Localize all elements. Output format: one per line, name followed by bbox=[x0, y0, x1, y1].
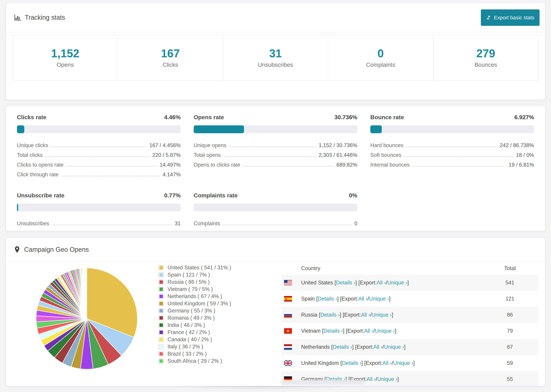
legend-item: Netherlands ( 67 / 4% ) bbox=[159, 293, 231, 300]
legend-item: South Africa ( 29 / 2% ) bbox=[159, 357, 231, 365]
legend-item: Brazil ( 33 / 2% ) bbox=[159, 350, 231, 357]
link-export-all[interactable]: All › bbox=[373, 344, 382, 350]
geo-table-header: Country Total bbox=[281, 262, 538, 275]
stat-label: Clicks bbox=[162, 61, 178, 68]
rate-title: Opens rate bbox=[194, 114, 224, 121]
link-export-unique[interactable]: Unique › bbox=[369, 296, 389, 302]
table-row-es: Spain [Details ›] [Export: All › / Uniqu… bbox=[281, 291, 538, 307]
row-text: Netherlands [ bbox=[301, 344, 333, 350]
rate-rows: Unique clicks167 / 4.456%Total clicks220… bbox=[17, 140, 181, 179]
table-row-vn: ★Vietnam [Details ›] [Export: All › / Un… bbox=[281, 323, 538, 339]
flag-es-icon bbox=[284, 296, 292, 301]
link-export-unique[interactable]: Unique › bbox=[393, 360, 413, 366]
dotted-leader bbox=[406, 147, 497, 147]
legend-item: France ( 42 / 2% ) bbox=[159, 329, 231, 336]
rate-row-value: 2,303 / 61.446% bbox=[319, 152, 357, 159]
rate-row: Unique clicks167 / 4.456% bbox=[17, 140, 181, 149]
rate-row-value: 31 bbox=[175, 220, 181, 228]
rate-block: Complaints rate0%Complaints0 bbox=[194, 192, 357, 228]
link-export-unique[interactable]: Unique › bbox=[375, 328, 395, 334]
link-export-all[interactable]: All › bbox=[377, 280, 386, 286]
rate-row-label: Hard bounces bbox=[370, 142, 403, 149]
link-export-all[interactable]: All › bbox=[383, 360, 392, 366]
export-basic-stats-button[interactable]: Export basic stats bbox=[481, 9, 540, 26]
geo-header: Campaign Geo Opens bbox=[6, 238, 545, 262]
row-text: / bbox=[383, 344, 384, 350]
rate-row-value: 18 / 0% bbox=[516, 152, 534, 159]
legend-item: Vietnam ( 79 / 5% ) bbox=[159, 286, 231, 293]
link-export-unique[interactable]: Unique › bbox=[372, 312, 392, 318]
column-header-country: Country bbox=[301, 265, 484, 271]
legend-item: United Kingdom ( 59 / 3% ) bbox=[159, 300, 231, 307]
pie-slice-57[interactable] bbox=[86, 268, 87, 319]
link-details[interactable]: Details › bbox=[323, 328, 343, 334]
link-export-all[interactable]: All › bbox=[361, 312, 370, 318]
flag-ru-icon bbox=[284, 312, 292, 318]
rate-block: Clicks rate4.46%Unique clicks167 / 4.456… bbox=[17, 114, 181, 179]
rate-row: Total clicks220 / 5.87% bbox=[17, 149, 181, 159]
table-row-us: United States [Details ›] [Export: All ›… bbox=[281, 275, 538, 291]
link-details[interactable]: Details › bbox=[333, 344, 352, 350]
row-text: ] [Export: bbox=[337, 296, 358, 302]
rate-progress-bar bbox=[17, 125, 181, 133]
stat-value: 167 bbox=[161, 47, 180, 60]
link-export-unique[interactable]: Unique › bbox=[377, 376, 397, 382]
rate-row-label: Unique opens bbox=[194, 142, 226, 149]
link-export-all[interactable]: All › bbox=[364, 328, 373, 334]
rate-progress-fill bbox=[370, 125, 381, 133]
legend-item: Germany ( 55 / 3% ) bbox=[159, 307, 231, 314]
link-export-all[interactable]: All › bbox=[367, 376, 376, 382]
total-cell: 59 bbox=[484, 360, 536, 366]
geo-title-text: Campaign Geo Opens bbox=[24, 246, 89, 253]
rate-value: 0% bbox=[349, 192, 357, 199]
country-cell: Russia [Details ›] [Export: All › / Uniq… bbox=[301, 312, 484, 318]
rate-row: Opens to clicks rate689.82% bbox=[194, 159, 357, 169]
country-cell: United States [Details ›] [Export: All ›… bbox=[301, 280, 484, 286]
legend-swatch bbox=[159, 351, 164, 357]
rate-head: Complaints rate0% bbox=[194, 192, 357, 199]
dotted-leader bbox=[66, 166, 157, 167]
export-icon bbox=[486, 14, 491, 21]
link-export-unique[interactable]: Unique › bbox=[387, 280, 407, 286]
stat-label: Unsubscribes bbox=[258, 61, 293, 68]
row-text: ] [Export: bbox=[340, 312, 361, 318]
geo-body: United States ( 541 / 31% )Spain ( 121 /… bbox=[6, 262, 545, 380]
rate-row-value: 1,152 / 30.736% bbox=[319, 142, 357, 149]
link-details[interactable]: Details › bbox=[336, 280, 355, 286]
total-cell: 121 bbox=[484, 296, 536, 302]
dotted-leader bbox=[404, 156, 514, 157]
row-text: ] [Export: bbox=[343, 328, 364, 334]
rate-row-value: 167 / 4.456% bbox=[149, 142, 181, 149]
dotted-leader bbox=[243, 166, 334, 167]
legend-label: Canada ( 40 / 2% ) bbox=[168, 336, 212, 343]
legend-swatch bbox=[159, 344, 164, 349]
dotted-leader bbox=[61, 176, 160, 176]
rate-row-value: 242 / 86.738% bbox=[500, 142, 534, 149]
row-text: / bbox=[370, 312, 372, 318]
rate-row: Unsubscribes31 bbox=[17, 218, 181, 228]
rate-rows: Complaints0 bbox=[194, 218, 357, 228]
rate-progress-bar bbox=[194, 125, 357, 133]
rate-block: Unsubscribe rate0.77%Unsubscribes31 bbox=[17, 192, 181, 228]
stat-value: 31 bbox=[269, 47, 282, 60]
row-text: Vietnam [ bbox=[301, 328, 323, 334]
stat-label: Opens bbox=[57, 61, 74, 68]
geo-pie-legend: United States ( 541 / 31% )Spain ( 121 /… bbox=[159, 264, 231, 365]
link-details[interactable]: Details › bbox=[342, 360, 361, 366]
rate-row: Click through rate4.147% bbox=[17, 169, 181, 179]
row-text: / bbox=[373, 328, 375, 334]
table-row-nl: Netherlands [Details ›] [Export: All › /… bbox=[281, 339, 538, 355]
dotted-leader bbox=[51, 147, 147, 147]
link-export-all[interactable]: All › bbox=[358, 296, 367, 302]
geo-table-rows: United States [Details ›] [Export: All ›… bbox=[281, 275, 538, 386]
link-export-unique[interactable]: Unique › bbox=[384, 344, 404, 350]
row-text: United States [ bbox=[301, 280, 336, 286]
rate-row-label: Total clicks bbox=[17, 152, 42, 159]
link-details[interactable]: Details › bbox=[318, 296, 337, 302]
tracking-stats-card: Tracking stats Export basic stats 1,152O… bbox=[6, 3, 545, 100]
stat-cell-complaints: 0Complaints bbox=[328, 35, 433, 80]
link-details[interactable]: Details › bbox=[320, 312, 340, 318]
rate-rows: Hard bounces242 / 86.738%Soft bounces18 … bbox=[370, 140, 534, 169]
dotted-leader bbox=[412, 166, 506, 167]
rate-title: Clicks rate bbox=[17, 114, 46, 121]
